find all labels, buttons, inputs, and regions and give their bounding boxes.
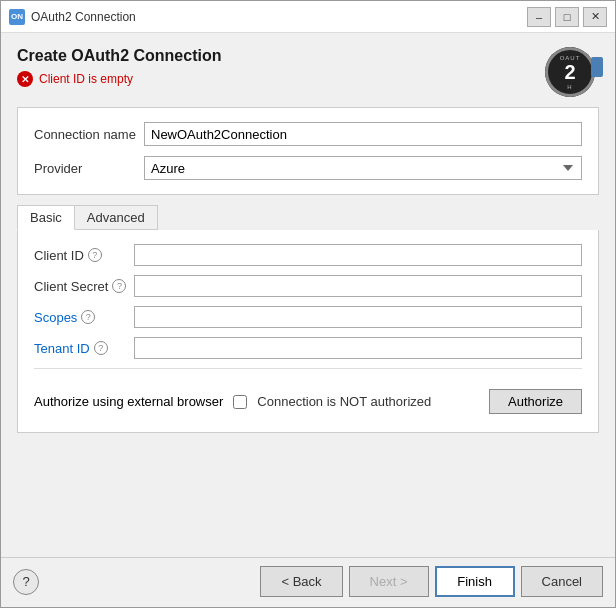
app-icon: ON (9, 9, 25, 25)
client-id-help-icon[interactable]: ? (88, 248, 102, 262)
client-id-label: Client ID ? (34, 248, 134, 263)
authorize-row: Authorize using external browser Connect… (34, 379, 582, 418)
window-controls: – □ ✕ (527, 7, 607, 27)
close-button[interactable]: ✕ (583, 7, 607, 27)
tab-basic[interactable]: Basic (17, 205, 75, 230)
window-title: OAuth2 Connection (31, 10, 527, 24)
page-title: Create OAuth2 Connection (17, 47, 221, 65)
client-secret-input[interactable] (134, 275, 582, 297)
auth-status-text: Connection is NOT authorized (257, 394, 431, 409)
tenant-id-row: Tenant ID ? (34, 337, 582, 359)
minimize-button[interactable]: – (527, 7, 551, 27)
header-left: Create OAuth2 Connection ✕ Client ID is … (17, 47, 221, 101)
client-secret-help-icon[interactable]: ? (112, 279, 126, 293)
back-button[interactable]: < Back (260, 566, 342, 597)
client-secret-label: Client Secret ? (34, 279, 134, 294)
external-browser-label: Authorize using external browser (34, 394, 223, 409)
scopes-link[interactable]: Scopes (34, 310, 77, 325)
client-id-row: Client ID ? (34, 244, 582, 266)
authorize-button[interactable]: Authorize (489, 389, 582, 414)
cancel-button[interactable]: Cancel (521, 566, 603, 597)
tenant-id-help-icon[interactable]: ? (94, 341, 108, 355)
logo-number: 2 (564, 61, 575, 84)
client-id-input[interactable] (134, 244, 582, 266)
error-row: ✕ Client ID is empty (17, 71, 221, 87)
tabs-container: Basic Advanced Client ID ? Client Secret (17, 205, 599, 443)
provider-label: Provider (34, 161, 144, 176)
scopes-input[interactable] (134, 306, 582, 328)
error-message: Client ID is empty (39, 72, 133, 86)
provider-row: Provider Azure Google GitHub Facebook Cu… (34, 156, 582, 180)
scopes-help-icon[interactable]: ? (81, 310, 95, 324)
tenant-id-input[interactable] (134, 337, 582, 359)
finish-button[interactable]: Finish (435, 566, 515, 597)
tenant-id-link[interactable]: Tenant ID (34, 341, 90, 356)
error-icon: ✕ (17, 71, 33, 87)
tab-advanced[interactable]: Advanced (74, 205, 158, 230)
logo-pin (591, 57, 603, 77)
main-content: Create OAuth2 Connection ✕ Client ID is … (1, 33, 615, 557)
scopes-row: Scopes ? (34, 306, 582, 328)
tab-basic-content: Client ID ? Client Secret ? Scop (17, 230, 599, 433)
header-row: Create OAuth2 Connection ✕ Client ID is … (17, 47, 599, 101)
connection-name-label: Connection name (34, 127, 144, 142)
connection-name-row: Connection name (34, 122, 582, 146)
scopes-label: Scopes ? (34, 310, 134, 325)
divider (34, 368, 582, 369)
help-button[interactable]: ? (13, 569, 39, 595)
title-bar: ON OAuth2 Connection – □ ✕ (1, 1, 615, 33)
logo-text-top: OAUT (560, 55, 581, 61)
next-button[interactable]: Next > (349, 566, 429, 597)
connection-form: Connection name Provider Azure Google Gi… (17, 107, 599, 195)
tabs-row: Basic Advanced (17, 205, 599, 230)
external-browser-checkbox[interactable] (233, 395, 247, 409)
client-secret-row: Client Secret ? (34, 275, 582, 297)
provider-select[interactable]: Azure Google GitHub Facebook Custom (144, 156, 582, 180)
connection-name-input[interactable] (144, 122, 582, 146)
logo: OAUT 2 H (545, 47, 599, 101)
nav-buttons: < Back Next > Finish Cancel (260, 566, 603, 597)
logo-text-bottom: H (567, 84, 572, 90)
bottom-bar: ? < Back Next > Finish Cancel (1, 557, 615, 607)
tenant-id-label: Tenant ID ? (34, 341, 134, 356)
maximize-button[interactable]: □ (555, 7, 579, 27)
main-window: ON OAuth2 Connection – □ ✕ Create OAuth2… (0, 0, 616, 608)
logo-circle: OAUT 2 H (545, 47, 595, 97)
